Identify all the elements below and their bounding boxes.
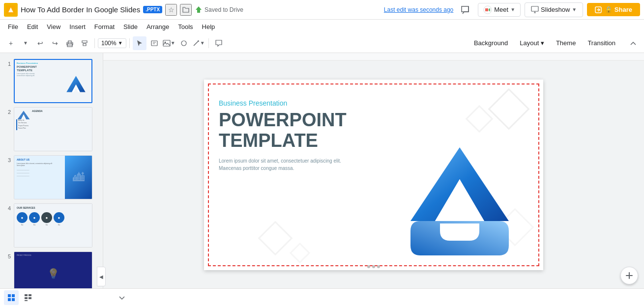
slide-thumb-2[interactable]: 2 AGENDA About UsOur ServicesProje	[0, 105, 103, 153]
grid-view-button[interactable]	[4, 290, 19, 305]
separator-3	[208, 38, 209, 48]
slide-business-text: Business Presentation	[219, 99, 528, 107]
svg-rect-20	[29, 294, 31, 296]
slide-num-1: 1	[4, 59, 11, 67]
svg-rect-11	[103, 53, 644, 61]
slide-canvas[interactable]: Business Presentation POWERPOINT TEMPLAT…	[204, 80, 543, 270]
svg-rect-15	[8, 294, 11, 297]
menu-slide[interactable]: Slide	[119, 22, 142, 32]
slide-num-5: 5	[4, 251, 11, 259]
transition-button[interactable]: Transition	[583, 37, 620, 49]
slide-preview-2: AGENDA About UsOur ServicesProject Proce…	[14, 107, 92, 151]
svg-rect-18	[12, 298, 15, 301]
slide-lorem-text: Lorem ipsum dolor sit amet, consectetuer…	[219, 157, 347, 172]
slide-panel: 1 Business Presentation POWERPOINTTEMPLA…	[0, 53, 103, 306]
svg-rect-16	[12, 294, 15, 297]
svg-rect-23	[25, 300, 28, 301]
toolbar-right: Background Layout ▾ Theme Transition	[469, 36, 640, 50]
main-layout: 1 Business Presentation POWERPOINTTEMPLA…	[0, 53, 644, 306]
dot-3	[377, 265, 380, 268]
menu-insert[interactable]: Insert	[65, 22, 89, 32]
slide-num-4: 4	[4, 203, 11, 211]
separator-2	[129, 38, 130, 48]
undo-button[interactable]: ↩	[33, 36, 47, 50]
bg-diamond-3	[258, 221, 293, 256]
comment-tool[interactable]	[212, 36, 226, 50]
title-bar: How To Add Border In Google Slides .PPTX…	[0, 0, 644, 20]
file-type-badge: .PPTX	[143, 6, 162, 13]
collapse-panel-button[interactable]: ◀	[97, 267, 106, 286]
menu-help[interactable]: Help	[198, 22, 219, 32]
collapse-toolbar-button[interactable]	[626, 36, 640, 50]
menu-tools[interactable]: Tools	[174, 22, 197, 32]
add-slide-float-button[interactable]	[620, 267, 638, 284]
print-button[interactable]	[63, 36, 77, 50]
svg-rect-19	[25, 294, 28, 296]
meet-button[interactable]: Meet ▼	[478, 3, 521, 17]
add-button[interactable]: +	[4, 36, 18, 50]
header-right: Meet ▼ Slideshow ▼ 🔒 Share	[456, 1, 640, 19]
meet-label: Meet	[494, 6, 508, 13]
add-dropdown[interactable]: ▼	[19, 36, 32, 50]
menu-bar: File Edit View Insert Format Slide Arran…	[0, 20, 644, 33]
bottom-bar	[0, 288, 644, 306]
slide-num-2: 2	[4, 107, 11, 115]
slide-main-title: POWERPOINT TEMPLATE	[219, 110, 528, 151]
slide-thumb-1[interactable]: 1 Business Presentation POWERPOINTTEMPLA…	[0, 57, 103, 105]
dot-2	[372, 265, 375, 268]
slide-thumb-4[interactable]: 4 OUR SERVICES ● ● ● ● Srv Srv Srv Srv	[0, 201, 103, 250]
document-title: How To Add Border In Google Slides	[21, 5, 140, 14]
slideshow-label: Slideshow	[541, 6, 570, 13]
slideshow-button[interactable]: Slideshow ▼	[525, 2, 583, 17]
app-logo	[4, 3, 18, 17]
slide-main-content: Business Presentation POWERPOINT TEMPLAT…	[204, 80, 543, 182]
editor-area: for(let i=0; i<1100; i+=50) { document.c…	[103, 53, 644, 306]
share-button[interactable]: 🔒 Share	[587, 3, 640, 16]
list-view-button[interactable]	[21, 290, 35, 305]
star-button[interactable]: ☆	[165, 4, 177, 16]
line-tool[interactable]: ▼	[192, 36, 205, 50]
menu-file[interactable]: File	[4, 22, 22, 32]
slide-num-3: 3	[4, 155, 11, 163]
menu-edit[interactable]: Edit	[23, 22, 42, 32]
menu-format[interactable]: Format	[90, 22, 118, 32]
menu-arrange[interactable]: Arrange	[143, 22, 173, 32]
shape-tool[interactable]	[177, 36, 191, 50]
dot-1	[367, 265, 370, 268]
comments-button[interactable]	[456, 1, 474, 19]
slide-preview-4: OUR SERVICES ● ● ● ● Srv Srv Srv Srv	[14, 203, 92, 248]
menu-view[interactable]: View	[43, 22, 64, 32]
folder-button[interactable]	[180, 4, 192, 16]
slide-canvas-area: Business Presentation POWERPOINT TEMPLAT…	[103, 61, 644, 289]
background-button[interactable]: Background	[469, 37, 513, 49]
slide-thumb-3[interactable]: 3 ABOUT US Lorem ipsum dolor sit amet, c…	[0, 153, 103, 201]
share-label: 🔒 Share	[605, 6, 632, 13]
canvas-pagination-dots	[365, 263, 382, 270]
zoom-control[interactable]: 100% ▼	[98, 38, 126, 48]
redo-button[interactable]: ↪	[48, 36, 62, 50]
svg-rect-3	[531, 6, 538, 11]
toolbar: + ▼ ↩ ↪ 100% ▼ ▼ ▼ Background Layout ▾ T…	[0, 33, 644, 53]
svg-rect-21	[25, 297, 28, 299]
svg-rect-17	[8, 298, 11, 301]
theme-button[interactable]: Theme	[551, 37, 581, 49]
last-edit-text[interactable]: Last edit was seconds ago	[384, 6, 453, 13]
bg-diamond-4	[290, 243, 310, 263]
svg-rect-8	[163, 40, 170, 46]
slide-preview-1: Business Presentation POWERPOINTTEMPLATE…	[14, 59, 92, 103]
separator-1	[94, 38, 95, 48]
text-box-tool[interactable]	[147, 36, 161, 50]
svg-rect-7	[151, 41, 157, 46]
slide-preview-3: ABOUT US Lorem ipsum dolor sit amet, con…	[14, 155, 92, 199]
saved-status: Saved to Drive	[195, 6, 243, 14]
collapse-notes-button[interactable]	[116, 292, 128, 304]
ruler-top: for(let i=0; i<1100; i+=50) { document.c…	[103, 53, 644, 61]
svg-rect-22	[29, 297, 31, 299]
cursor-tool[interactable]	[133, 36, 146, 50]
layout-button[interactable]: Layout ▾	[515, 37, 549, 49]
image-tool[interactable]: ▼	[162, 36, 176, 50]
paint-format-button[interactable]	[78, 36, 91, 50]
svg-point-10	[181, 41, 186, 46]
